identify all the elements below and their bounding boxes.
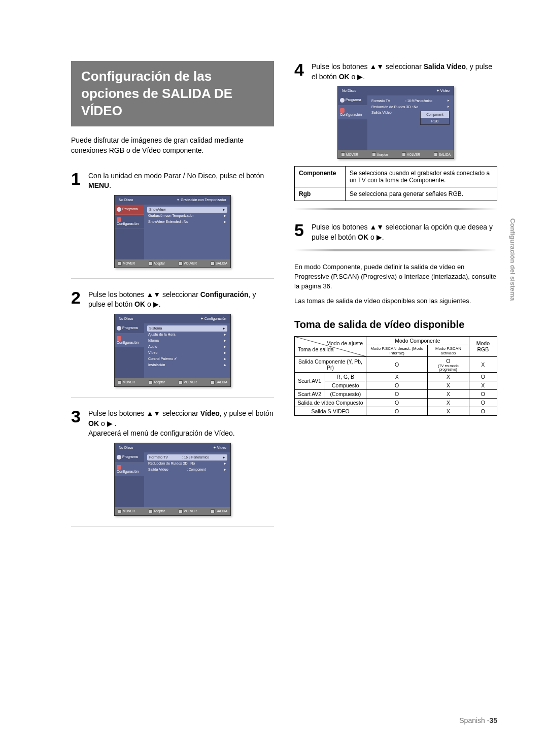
step-text: Pulse los botones ▲▼ seleccionar Configu…	[88, 289, 274, 310]
step-text: Pulse los botones ▲▼ seleccionar la opci…	[312, 221, 497, 242]
osd-screenshot-1: No Disco ✦ Grabación con Temporizador Pr…	[114, 195, 231, 268]
osd-tab-programa: Programa	[115, 205, 144, 215]
osd-screenshot-3: No Disco ✦ Vídeo Programa Configuración …	[114, 443, 231, 516]
osd-popup: Component RGB	[420, 111, 450, 125]
step-text: Pulse los botones ▲▼ seleccionar Vídeo, …	[88, 408, 274, 439]
step-5: 5 Pulse los botones ▲▼ seleccionar la op…	[294, 221, 497, 242]
step-number: 3	[71, 408, 85, 439]
side-section-label: Configuración del sistema	[509, 218, 517, 301]
step-text: Con la unidad en modo Parar / No Disco, …	[88, 170, 274, 191]
step-number: 4	[294, 61, 309, 82]
step-4: 4 Pulse los botones ▲▼ seleccionar Salid…	[294, 61, 497, 82]
paragraph-outputs: Las tomas de salida de vídeo disponibles…	[294, 297, 497, 306]
step-1: 1 Con la unidad en modo Parar / No Disco…	[71, 170, 274, 191]
section-title: Configuración de las opciones de SALIDA …	[71, 61, 274, 126]
osd-menu-list: ShowView▸ Grabación con Temporizador▸ Sh…	[144, 205, 230, 259]
osd-crumb: ✦ Grabación con Temporizador	[177, 198, 226, 202]
step-3: 3 Pulse los botones ▲▼ seleccionar Vídeo…	[71, 408, 274, 439]
def-label: Componente	[295, 167, 346, 187]
def-text: Se selecciona cuando el grabador está co…	[346, 167, 497, 187]
left-column: Configuración de las opciones de SALIDA …	[71, 61, 274, 726]
osd-screenshot-2: No Disco ✦ Configuración Programa Config…	[114, 314, 231, 387]
step-number: 5	[294, 221, 309, 242]
def-text: Se selecciona para generar señales RGB.	[346, 187, 497, 201]
def-label: Rgb	[295, 187, 346, 201]
page-footer: Spanish -35	[459, 716, 497, 725]
step-number: 2	[71, 289, 85, 310]
osd-tab-config: Configuración	[115, 215, 144, 228]
page: Configuración de las opciones de SALIDA …	[71, 61, 497, 726]
right-column: 4 Pulse los botones ▲▼ seleccionar Salid…	[294, 61, 497, 726]
availability-table: Modo de ajuste Toma de salida Modo Compo…	[294, 336, 497, 416]
step-number: 1	[71, 170, 85, 191]
definitions-table: Componente Se selecciona cuando el graba…	[294, 166, 497, 201]
osd-nodisc: No Disco	[119, 198, 133, 202]
osd-screenshot-4: No Disco ✦ Vídeo Programa Configuración …	[337, 86, 454, 159]
step-text: Pulse los botones ▲▼ seleccionar Salida …	[312, 61, 497, 82]
paragraph-component: En modo Componente, puede definir la sal…	[294, 262, 497, 291]
subheading: Toma de salida de vídeo disponible	[294, 318, 497, 331]
step-2: 2 Pulse los botones ▲▼ seleccionar Confi…	[71, 289, 274, 310]
intro-text: Puede disfrutar de imágenes de gran cali…	[71, 136, 274, 155]
